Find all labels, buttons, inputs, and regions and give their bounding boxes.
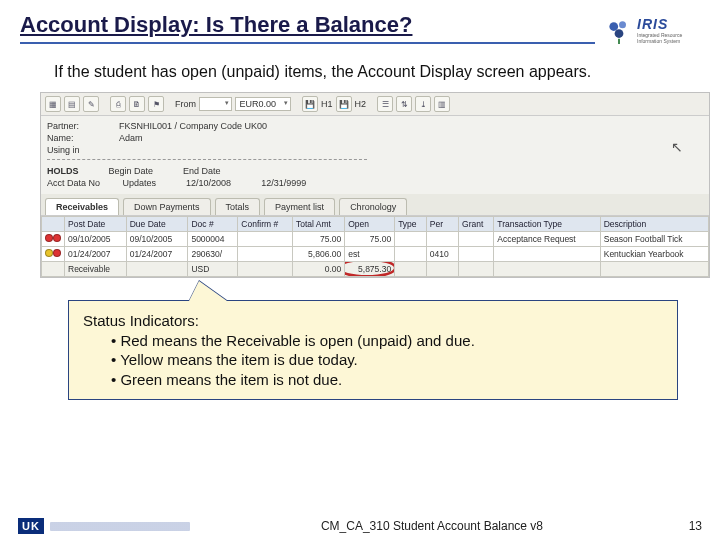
col-open[interactable]: Open — [345, 217, 395, 232]
export-icon[interactable]: ⤓ — [415, 96, 431, 112]
svg-point-2 — [615, 29, 624, 38]
legend-heading: Status Indicators: — [83, 311, 663, 331]
tab-down-payments[interactable]: Down Payments — [123, 198, 211, 215]
status-legend-callout: Status Indicators: Red means the Receiva… — [68, 300, 678, 400]
footer-text: CM_CA_310 Student Account Balance v8 — [190, 519, 674, 533]
slide-footer: UK CM_CA_310 Student Account Balance v8 … — [0, 518, 720, 534]
receivables-grid: Post Date Due Date Doc # Confirm # Total… — [41, 216, 709, 277]
table-row[interactable]: 09/10/2005 09/10/2005 5000004 75.00 75.0… — [42, 232, 709, 247]
doc-icon[interactable]: 🗎 — [129, 96, 145, 112]
page-number: 13 — [674, 519, 702, 533]
col-status — [42, 217, 65, 232]
h1-label: H1 — [321, 99, 333, 109]
svg-point-0 — [609, 22, 618, 31]
col-type[interactable]: Type — [395, 217, 427, 232]
col-per[interactable]: Per — [426, 217, 458, 232]
iris-logo: IRIS Integrated ResourceInformation Syst… — [605, 12, 700, 48]
status-dot-yellow — [45, 249, 53, 257]
svg-point-1 — [619, 21, 626, 28]
legend-green: Green means the item is not due. — [111, 370, 663, 390]
tab-totals[interactable]: Totals — [215, 198, 261, 215]
tool-icon[interactable]: ▦ — [45, 96, 61, 112]
status-dot-red — [53, 234, 61, 242]
intro-text: If the student has open (unpaid) items, … — [54, 62, 688, 82]
col-total[interactable]: Total Amt — [292, 217, 344, 232]
tab-chronology[interactable]: Chronology — [339, 198, 407, 215]
col-confirm[interactable]: Confirm # — [238, 217, 293, 232]
from-select[interactable] — [199, 97, 232, 111]
col-desc[interactable]: Description — [600, 217, 708, 232]
status-dot-red — [53, 249, 61, 257]
save-icon[interactable]: 💾 — [302, 96, 318, 112]
cursor-icon: ↖ — [671, 138, 683, 157]
tab-strip: Receivables Down Payments Totals Payment… — [41, 194, 709, 216]
from-label: From — [175, 99, 196, 109]
account-display-window: ▦ ▤ ✎ ⎙ 🗎 ⚑ From EUR0.00 💾 H1 💾 H2 ☰ ⇅ ⤓… — [40, 92, 710, 278]
open-balance-total: 5,875.30 — [345, 262, 395, 277]
tool-icon[interactable]: ▤ — [64, 96, 80, 112]
grid-icon[interactable]: ▥ — [434, 96, 450, 112]
legend-yellow: Yellow means the item is due today. — [111, 350, 663, 370]
col-doc[interactable]: Doc # — [188, 217, 238, 232]
table-row[interactable]: 01/24/2007 01/24/2007 290630/ 5,806.00 e… — [42, 247, 709, 262]
tool-icon[interactable]: ✎ — [83, 96, 99, 112]
tab-receivables[interactable]: Receivables — [45, 198, 119, 215]
totals-row: Receivable USD 0.00 5,875.30 — [42, 262, 709, 277]
h2-label: H2 — [355, 99, 367, 109]
sort-icon[interactable]: ⇅ — [396, 96, 412, 112]
toolbar: ▦ ▤ ✎ ⎙ 🗎 ⚑ From EUR0.00 💾 H1 💾 H2 ☰ ⇅ ⤓… — [41, 93, 709, 116]
filter-icon[interactable]: ☰ — [377, 96, 393, 112]
flag-icon[interactable]: ⚑ — [148, 96, 164, 112]
print-icon[interactable]: ⎙ — [110, 96, 126, 112]
legend-red: Red means the Receivable is open (unpaid… — [111, 331, 663, 351]
col-due-date[interactable]: Due Date — [126, 217, 188, 232]
currency-select[interactable]: EUR0.00 — [235, 97, 292, 111]
page-title: Account Display: Is There a Balance? — [20, 12, 595, 44]
save-icon[interactable]: 💾 — [336, 96, 352, 112]
col-post-date[interactable]: Post Date — [65, 217, 127, 232]
uk-logo: UK — [18, 518, 190, 534]
status-dot-red — [45, 234, 53, 242]
tab-payment-list[interactable]: Payment list — [264, 198, 335, 215]
col-grant[interactable]: Grant — [459, 217, 494, 232]
meta-area: Partner:FKSNHIL001 / Company Code UK00 N… — [41, 116, 709, 166]
col-ttype[interactable]: Transaction Type — [494, 217, 600, 232]
